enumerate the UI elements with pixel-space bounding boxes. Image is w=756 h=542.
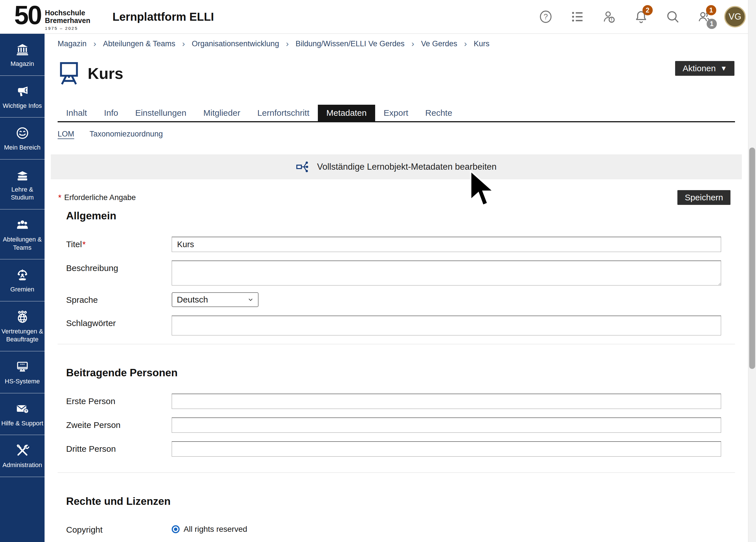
globe-people-icon <box>1 310 43 324</box>
subtab-bar: LOM Taxonomiezuordnung <box>58 130 735 138</box>
tab-lernfortschritt[interactable]: Lernfortschritt <box>249 105 318 121</box>
actions-button-label: Aktionen <box>683 64 716 73</box>
vertical-scrollbar[interactable] <box>748 0 756 542</box>
sidebar-item-label: Abteilungen & Teams <box>1 236 43 252</box>
zweite-person-input[interactable] <box>172 417 721 433</box>
titel-label: Titel* <box>58 237 172 252</box>
section-divider <box>58 344 735 344</box>
sidebar-item-abteilungen-teams[interactable]: Abteilungen & Teams <box>0 209 45 259</box>
top-header: 50 Hochschule Bremerhaven 1975 – 2025 Le… <box>0 0 756 34</box>
actions-button[interactable]: Aktionen ▼ <box>675 61 734 76</box>
beschreibung-label: Beschreibung <box>58 261 172 287</box>
logo-50: 50 <box>14 3 41 28</box>
tab-export[interactable]: Export <box>375 105 417 121</box>
people-group-icon <box>1 218 43 232</box>
logo-line2: Bremerhaven <box>45 17 90 24</box>
tab-mitglieder[interactable]: Mitglieder <box>195 105 249 121</box>
tab-info[interactable]: Info <box>95 105 127 121</box>
rights-form: Copyright All rights reserved <box>58 522 735 535</box>
sidebar-item-label: Vertretungen & Beauftragte <box>1 327 43 344</box>
titel-input[interactable] <box>172 237 721 252</box>
beschreibung-textarea[interactable] <box>172 261 721 285</box>
app-title: Lernplattform ELLI <box>112 10 214 23</box>
sidebar-item-gremien[interactable]: Gremien <box>0 259 45 301</box>
metadata-graph-icon <box>296 160 310 174</box>
sidebar-item-wichtige-infos[interactable]: Wichtige Infos <box>0 76 45 118</box>
books-icon <box>1 168 43 182</box>
sidebar-item-hs-systeme[interactable]: *** HS-Systeme <box>0 351 45 393</box>
tab-rechte[interactable]: Rechte <box>417 105 461 121</box>
subtab-taxonomiezuordnung[interactable]: Taxonomiezuordnung <box>90 130 163 138</box>
required-marker: * <box>83 240 86 249</box>
notifications-badge: 2 <box>642 5 653 15</box>
sidebar-item-hilfe-support[interactable]: ? Hilfe & Support <box>0 393 45 435</box>
university-logo[interactable]: 50 Hochschule Bremerhaven 1975 – 2025 <box>14 3 90 31</box>
tab-metadaten[interactable]: Metadaten <box>318 105 375 121</box>
page-title: Kurs <box>88 64 123 83</box>
breadcrumb-item[interactable]: Bildung/Wissen/ELLI Ve Gerdes <box>295 39 404 48</box>
svg-text:!: ! <box>611 17 612 22</box>
schlagwoerter-label: Schlagwörter <box>58 316 172 335</box>
sidebar-item-vertretungen[interactable]: Vertretungen & Beauftragte <box>0 301 45 351</box>
copyright-row: Copyright All rights reserved <box>58 522 735 535</box>
dritte-person-input[interactable] <box>172 441 721 457</box>
tab-inhalt[interactable]: Inhalt <box>58 105 95 121</box>
sprache-label: Sprache <box>58 292 172 307</box>
main-sidebar: Magazin Wichtige Infos Mein Bereich Lehr… <box>0 34 45 542</box>
tab-einstellungen[interactable]: Einstellungen <box>127 105 195 121</box>
breadcrumb-item[interactable]: Abteilungen & Teams <box>103 39 175 48</box>
search-icon[interactable] <box>666 10 680 24</box>
sidebar-item-label: Magazin <box>1 60 43 68</box>
required-hint-row: * Erforderliche Angabe Speichern <box>58 190 735 205</box>
notifications-bell-icon[interactable]: 2 <box>634 10 648 24</box>
monitor-icon: *** <box>1 360 43 374</box>
breadcrumb-item[interactable]: Magazin <box>58 39 87 48</box>
course-board-icon <box>58 61 80 86</box>
todo-list-icon[interactable] <box>570 10 585 24</box>
copyright-option-label: All rights reserved <box>184 525 247 534</box>
beschreibung-row: Beschreibung <box>58 261 735 287</box>
user-avatar[interactable]: VG <box>724 6 746 28</box>
dritte-person-row: Dritte Person <box>58 441 735 457</box>
sprache-selected-value: Deutsch <box>177 295 208 304</box>
breadcrumb-item[interactable]: Kurs <box>474 39 490 48</box>
sidebar-item-administration[interactable]: Administration <box>0 435 45 477</box>
schlagwoerter-input[interactable] <box>172 316 721 335</box>
erste-person-input[interactable] <box>172 394 721 409</box>
logo-years: 1975 – 2025 <box>45 26 90 31</box>
copyright-radio-selected[interactable] <box>172 525 180 533</box>
scrollbar-thumb[interactable] <box>749 148 755 369</box>
breadcrumb-separator: › <box>182 39 185 49</box>
bank-icon <box>1 42 43 56</box>
schlagwoerter-row: Schlagwörter <box>58 316 735 335</box>
breadcrumb-item[interactable]: Ve Gerdes <box>421 39 457 48</box>
help-icon[interactable]: ? <box>539 10 553 24</box>
metadata-form: Titel* Beschreibung Sprache <box>58 237 735 335</box>
edit-full-metadata-button[interactable]: Vollständige Lernobjekt-Metadaten bearbe… <box>51 154 742 179</box>
sidebar-item-magazin[interactable]: Magazin <box>0 34 45 76</box>
contacts-badge-total: 1 <box>707 19 717 29</box>
titel-label-text: Titel <box>66 240 82 249</box>
save-button[interactable]: Speichern <box>677 190 730 205</box>
section-heading-rechte: Rechte und Lizenzen <box>66 495 735 507</box>
sidebar-item-lehre-studium[interactable]: Lehre & Studium <box>0 159 45 209</box>
sidebar-item-mein-bereich[interactable]: Mein Bereich <box>0 117 45 159</box>
sidebar-item-label: HS-Systeme <box>1 377 43 386</box>
user-status-icon[interactable]: ! <box>602 10 616 24</box>
sprache-select[interactable]: Deutsch <box>172 292 259 307</box>
breadcrumb-item[interactable]: Organisationsentwicklung <box>192 39 279 48</box>
chevron-down-icon: ▼ <box>720 65 727 72</box>
tools-icon <box>1 444 43 458</box>
app-window: 50 Hochschule Bremerhaven 1975 – 2025 Le… <box>0 0 756 542</box>
required-hint: Erforderliche Angabe <box>64 193 136 202</box>
header-icon-bar: ? ! <box>539 10 712 24</box>
svg-text:?: ? <box>25 409 27 413</box>
subtab-lom[interactable]: LOM <box>58 130 74 138</box>
section-divider <box>58 472 735 473</box>
copyright-label: Copyright <box>58 522 172 535</box>
contributors-form: Erste Person Zweite Person Dritte Person <box>58 394 735 457</box>
sidebar-item-label: Wichtige Infos <box>1 102 43 110</box>
sidebar-item-label: Mein Bereich <box>1 144 43 152</box>
section-heading-beitragende: Beitragende Personen <box>66 367 735 379</box>
contacts-icon[interactable]: 1 1 <box>698 10 712 24</box>
